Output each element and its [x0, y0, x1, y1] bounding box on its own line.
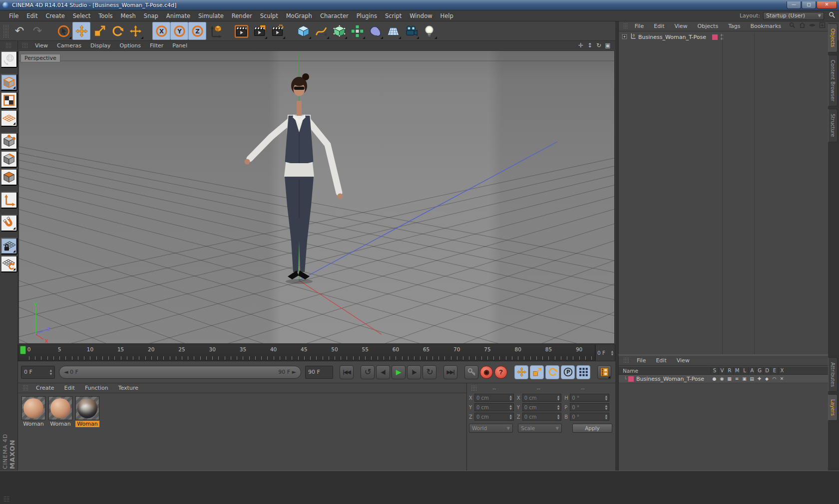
menu-item-help[interactable]: Help	[436, 12, 457, 19]
materials-menu-create[interactable]: Create	[31, 385, 59, 391]
redo-button[interactable]: ↷	[28, 22, 46, 40]
rotation-field[interactable]: 0 °▲▼	[570, 413, 609, 421]
model-mode-button[interactable]	[0, 74, 17, 91]
goto-start-button[interactable]: |◀◀	[340, 365, 354, 379]
objects-menu-view[interactable]: View	[670, 23, 693, 29]
layers-column-v[interactable]: V	[718, 367, 726, 374]
close-button[interactable]: ✕	[817, 1, 837, 9]
add-subdivision-surface-button[interactable]	[330, 22, 348, 40]
object-list-item[interactable]: 0 Business_Woman_T-Pose	[619, 32, 828, 41]
panel-splitter[interactable]	[615, 21, 618, 471]
menu-item-animate[interactable]: Animate	[162, 12, 194, 19]
key-scale-button[interactable]	[530, 365, 544, 379]
layer-toggle-icon[interactable]: ✚	[756, 375, 763, 383]
menu-item-script[interactable]: Script	[381, 12, 406, 19]
layer-toggle-icon[interactable]: ≡	[733, 375, 741, 383]
previous-frame-button[interactable]: ◀|	[376, 365, 390, 379]
rotate-workplane-button[interactable]	[0, 255, 17, 272]
panel-tab-content-browser[interactable]: Content Browser	[828, 55, 838, 106]
polygons-mode-button[interactable]	[0, 169, 17, 186]
mode-toolbar-grip[interactable]	[5, 42, 12, 49]
menu-item-simulate[interactable]: Simulate	[194, 12, 228, 19]
layer-color-swatch[interactable]	[712, 34, 718, 40]
objects-menu-file[interactable]: File	[630, 23, 649, 29]
menu-item-render[interactable]: Render	[228, 12, 256, 19]
last-used-tool[interactable]	[126, 22, 144, 40]
menu-item-snap[interactable]: Snap	[140, 12, 162, 19]
viewport-menu-view[interactable]: View	[30, 42, 52, 49]
live-selection-tool[interactable]	[54, 22, 72, 40]
enable-snap-button[interactable]	[0, 215, 17, 232]
eye-icon[interactable]	[806, 21, 816, 31]
viewport-canvas[interactable]: Y Z X Perspective	[18, 50, 615, 344]
lock-x-axis-button[interactable]: X	[152, 22, 170, 40]
size-field[interactable]: 0 cm▲▼	[522, 413, 562, 421]
end-frame-field[interactable]: 90 F	[305, 366, 333, 379]
current-frame-field[interactable]: 0 F ▲▼	[595, 344, 615, 361]
menu-item-mesh[interactable]: Mesh	[117, 12, 140, 19]
material-item[interactable]: Woman	[48, 396, 73, 427]
viewport-menu-display[interactable]: Display	[86, 42, 115, 49]
lock-workplane-button[interactable]	[0, 238, 17, 254]
search-icon[interactable]	[786, 21, 796, 31]
objects-menu-tags[interactable]: Tags	[723, 23, 745, 29]
autokeying-button[interactable]: ◉	[480, 366, 493, 379]
lock-y-axis-button[interactable]: Y	[170, 22, 188, 40]
materials-menu-function[interactable]: Function	[80, 385, 113, 391]
viewport-move-icon[interactable]: ✛	[576, 42, 585, 49]
key-rotation-button[interactable]	[545, 365, 559, 379]
layer-row[interactable]: └ Business_Woman_T-Pose ●◉▦≡▣▤✚◆◠✕	[619, 375, 828, 383]
materials-menu-edit[interactable]: Edit	[59, 385, 80, 391]
maximize-button[interactable]: ▢	[802, 1, 816, 9]
viewport-menu-filter[interactable]: Filter	[145, 42, 168, 49]
spinner-arrows-icon[interactable]: ▲▼	[611, 350, 613, 356]
move-tool[interactable]	[72, 22, 90, 40]
layers-menu-view[interactable]: View	[672, 357, 695, 364]
layout-select[interactable]: Startup (User) ▼	[763, 12, 824, 20]
viewport-rotate-icon[interactable]: ↻	[594, 42, 603, 49]
material-preview[interactable]	[48, 396, 72, 420]
apply-button[interactable]: Apply	[572, 424, 612, 433]
spinner-arrows-icon[interactable]: ▲▼	[50, 369, 52, 375]
material-item[interactable]: Woman	[21, 396, 46, 427]
materials-menu-texture[interactable]: Texture	[113, 385, 143, 391]
key-pla-button[interactable]	[576, 365, 590, 379]
convert-selection-tool[interactable]	[0, 51, 17, 68]
layer-toggle-icon[interactable]: ◠	[771, 375, 778, 383]
render-settings-button[interactable]	[268, 22, 286, 40]
expand-icon[interactable]	[621, 32, 628, 42]
layers-column-l[interactable]: L	[741, 367, 748, 374]
layers-menu-file[interactable]: File	[632, 357, 651, 364]
layers-column-d[interactable]: D	[763, 367, 771, 374]
menu-item-character[interactable]: Character	[316, 12, 353, 19]
texture-mode-button[interactable]	[0, 92, 17, 109]
add-light-button[interactable]	[420, 22, 438, 40]
size-field[interactable]: 0 cm▲▼	[522, 394, 562, 402]
add-array-button[interactable]	[348, 22, 366, 40]
rotate-tool[interactable]	[108, 22, 126, 40]
menu-item-file[interactable]: File	[5, 12, 22, 19]
render-view-button[interactable]	[232, 22, 250, 40]
panel-tab-objects[interactable]: Objects	[828, 23, 838, 52]
material-preview[interactable]	[75, 396, 99, 420]
frame-spinner[interactable]: 0 F ▲▼	[21, 366, 55, 379]
material-preview[interactable]	[21, 396, 45, 420]
previous-key-button[interactable]: ↺	[361, 365, 375, 379]
materials-grip[interactable]	[22, 385, 29, 391]
panel-tab-structure[interactable]: Structure	[828, 109, 838, 142]
layer-name[interactable]: Business_Woman_T-Pose	[636, 376, 704, 382]
bottom-grip[interactable]	[3, 496, 10, 503]
viewport-toggle-icon[interactable]: ▣	[603, 42, 612, 49]
layers-column-x[interactable]: X	[778, 367, 786, 374]
viewport-menu-cameras[interactable]: Cameras	[52, 42, 86, 49]
viewport-zoom-icon[interactable]: ↕	[585, 42, 594, 49]
layers-column-r[interactable]: R	[726, 367, 733, 374]
menu-item-create[interactable]: Create	[42, 12, 69, 19]
position-field[interactable]: 0 cm▲▼	[474, 413, 514, 421]
transform-mode-select[interactable]: Scale▼	[518, 424, 562, 433]
record-keyframe-button[interactable]	[464, 365, 478, 379]
viewport-view-label[interactable]: Perspective	[20, 54, 60, 62]
edges-mode-button[interactable]	[0, 151, 17, 168]
coordinate-system-button[interactable]	[206, 22, 224, 40]
coord-space-select[interactable]: World▼	[469, 424, 513, 433]
